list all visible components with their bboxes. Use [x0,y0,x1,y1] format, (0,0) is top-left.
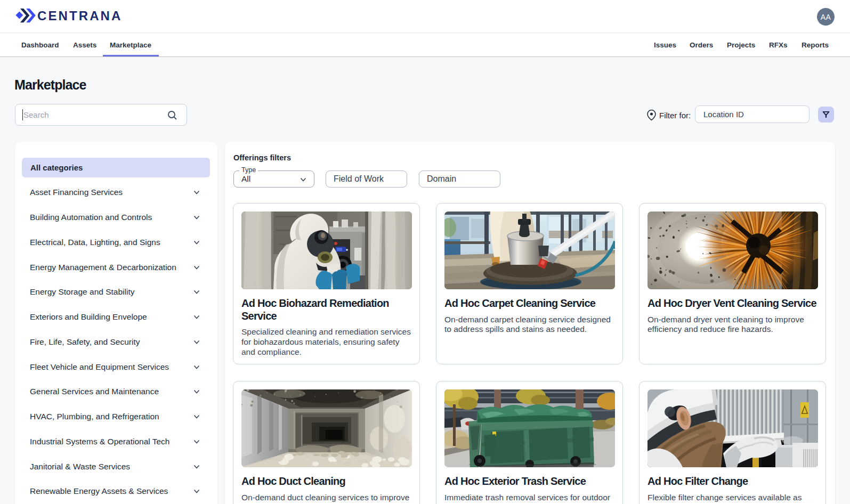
svg-text:CENTRANA: CENTRANA [37,9,122,23]
